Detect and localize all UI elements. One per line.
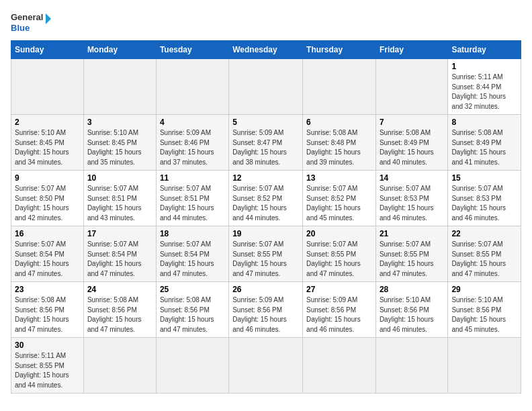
day-number: 23	[15, 285, 80, 294]
day-number: 26	[232, 285, 299, 294]
calendar-cell: 9Sunrise: 5:07 AM Sunset: 8:50 PM Daylig…	[11, 171, 84, 226]
day-number: 29	[451, 285, 517, 294]
day-number: 17	[87, 229, 152, 238]
calendar-cell: 28Sunrise: 5:10 AM Sunset: 8:56 PM Dayli…	[375, 282, 447, 338]
calendar-cell	[303, 338, 376, 394]
day-number: 2	[15, 118, 80, 127]
calendar-cell: 3Sunrise: 5:10 AM Sunset: 8:45 PM Daylig…	[83, 115, 156, 171]
day-number: 30	[15, 340, 80, 350]
col-header-sunday: Sunday	[11, 41, 84, 59]
calendar-cell	[229, 59, 303, 115]
day-number: 8	[451, 118, 517, 127]
day-info: Sunrise: 5:11 AM Sunset: 8:44 PM Dayligh…	[451, 73, 517, 111]
calendar-cell	[156, 338, 228, 394]
calendar-row-4: 23Sunrise: 5:08 AM Sunset: 8:56 PM Dayli…	[11, 282, 521, 338]
calendar-cell: 2Sunrise: 5:10 AM Sunset: 8:45 PM Daylig…	[11, 115, 84, 171]
calendar-cell: 4Sunrise: 5:09 AM Sunset: 8:46 PM Daylig…	[156, 115, 228, 171]
day-info: Sunrise: 5:10 AM Sunset: 8:56 PM Dayligh…	[451, 295, 517, 334]
day-info: Sunrise: 5:07 AM Sunset: 8:52 PM Dayligh…	[306, 184, 372, 223]
day-info: Sunrise: 5:10 AM Sunset: 8:56 PM Dayligh…	[380, 295, 444, 334]
calendar-cell	[11, 59, 84, 115]
day-number: 5	[232, 118, 299, 127]
day-number: 25	[160, 285, 225, 294]
calendar-cell: 7Sunrise: 5:08 AM Sunset: 8:49 PM Daylig…	[375, 115, 447, 171]
calendar-cell: 1Sunrise: 5:11 AM Sunset: 8:44 PM Daylig…	[448, 59, 521, 115]
calendar-cell: 20Sunrise: 5:07 AM Sunset: 8:55 PM Dayli…	[303, 226, 376, 282]
day-number: 15	[451, 173, 517, 183]
calendar-row-5: 30Sunrise: 5:11 AM Sunset: 8:55 PM Dayli…	[11, 338, 521, 394]
day-number: 10	[87, 173, 152, 183]
day-info: Sunrise: 5:07 AM Sunset: 8:55 PM Dayligh…	[232, 240, 299, 279]
day-info: Sunrise: 5:09 AM Sunset: 8:46 PM Dayligh…	[160, 128, 225, 167]
day-number: 7	[380, 118, 444, 127]
calendar-table: SundayMondayTuesdayWednesdayThursdayFrid…	[11, 40, 521, 394]
day-info: Sunrise: 5:08 AM Sunset: 8:49 PM Dayligh…	[380, 128, 444, 167]
day-info: Sunrise: 5:07 AM Sunset: 8:55 PM Dayligh…	[306, 240, 372, 279]
calendar-cell: 14Sunrise: 5:07 AM Sunset: 8:53 PM Dayli…	[375, 171, 447, 226]
calendar-cell: 6Sunrise: 5:08 AM Sunset: 8:48 PM Daylig…	[303, 115, 376, 171]
day-number: 24	[87, 285, 152, 294]
day-info: Sunrise: 5:07 AM Sunset: 8:55 PM Dayligh…	[451, 240, 517, 279]
calendar-cell: 27Sunrise: 5:09 AM Sunset: 8:56 PM Dayli…	[303, 282, 376, 338]
day-info: Sunrise: 5:07 AM Sunset: 8:54 PM Dayligh…	[15, 240, 80, 279]
day-number: 19	[232, 229, 299, 238]
day-info: Sunrise: 5:07 AM Sunset: 8:53 PM Dayligh…	[451, 184, 517, 223]
calendar-cell: 16Sunrise: 5:07 AM Sunset: 8:54 PM Dayli…	[11, 226, 84, 282]
day-info: Sunrise: 5:08 AM Sunset: 8:49 PM Dayligh…	[451, 128, 517, 167]
calendar-body: 1Sunrise: 5:11 AM Sunset: 8:44 PM Daylig…	[11, 59, 521, 394]
calendar-row-2: 9Sunrise: 5:07 AM Sunset: 8:50 PM Daylig…	[11, 171, 521, 226]
day-number: 11	[160, 173, 225, 183]
day-info: Sunrise: 5:07 AM Sunset: 8:54 PM Dayligh…	[87, 240, 152, 279]
day-info: Sunrise: 5:10 AM Sunset: 8:45 PM Dayligh…	[15, 128, 80, 167]
day-number: 3	[87, 118, 152, 127]
day-number: 4	[160, 118, 225, 127]
calendar-cell: 15Sunrise: 5:07 AM Sunset: 8:53 PM Dayli…	[448, 171, 521, 226]
calendar-cell: 13Sunrise: 5:07 AM Sunset: 8:52 PM Dayli…	[303, 171, 376, 226]
day-number: 1	[451, 62, 517, 71]
calendar-cell: 12Sunrise: 5:07 AM Sunset: 8:52 PM Dayli…	[229, 171, 303, 226]
calendar-cell: 26Sunrise: 5:09 AM Sunset: 8:56 PM Dayli…	[229, 282, 303, 338]
day-info: Sunrise: 5:08 AM Sunset: 8:56 PM Dayligh…	[87, 295, 152, 334]
calendar-cell: 10Sunrise: 5:07 AM Sunset: 8:51 PM Dayli…	[83, 171, 156, 226]
calendar-cell: 19Sunrise: 5:07 AM Sunset: 8:55 PM Dayli…	[229, 226, 303, 282]
day-info: Sunrise: 5:10 AM Sunset: 8:45 PM Dayligh…	[87, 128, 152, 167]
day-info: Sunrise: 5:07 AM Sunset: 8:51 PM Dayligh…	[87, 184, 152, 223]
day-number: 9	[15, 173, 80, 183]
day-number: 6	[306, 118, 372, 127]
col-header-wednesday: Wednesday	[229, 41, 303, 59]
col-header-friday: Friday	[375, 41, 447, 59]
calendar-cell: 30Sunrise: 5:11 AM Sunset: 8:55 PM Dayli…	[11, 338, 84, 394]
calendar-cell	[83, 59, 156, 115]
col-header-thursday: Thursday	[303, 41, 376, 59]
calendar-cell	[156, 59, 228, 115]
calendar-cell	[375, 338, 447, 394]
calendar-cell	[448, 338, 521, 394]
day-info: Sunrise: 5:09 AM Sunset: 8:56 PM Dayligh…	[232, 295, 299, 334]
calendar-cell: 25Sunrise: 5:08 AM Sunset: 8:56 PM Dayli…	[156, 282, 228, 338]
calendar-cell: 17Sunrise: 5:07 AM Sunset: 8:54 PM Dayli…	[83, 226, 156, 282]
day-info: Sunrise: 5:07 AM Sunset: 8:55 PM Dayligh…	[380, 240, 444, 279]
logo-svg: General Blue	[11, 11, 51, 35]
page-header: General Blue	[11, 11, 521, 35]
day-number: 21	[380, 229, 444, 238]
calendar-cell: 22Sunrise: 5:07 AM Sunset: 8:55 PM Dayli…	[448, 226, 521, 282]
calendar-cell: 18Sunrise: 5:07 AM Sunset: 8:54 PM Dayli…	[156, 226, 228, 282]
day-number: 12	[232, 173, 299, 183]
day-number: 27	[306, 285, 372, 294]
calendar-row-0: 1Sunrise: 5:11 AM Sunset: 8:44 PM Daylig…	[11, 59, 521, 115]
calendar-cell: 5Sunrise: 5:09 AM Sunset: 8:47 PM Daylig…	[229, 115, 303, 171]
calendar-row-3: 16Sunrise: 5:07 AM Sunset: 8:54 PM Dayli…	[11, 226, 521, 282]
svg-text:General: General	[11, 12, 43, 22]
calendar-cell: 11Sunrise: 5:07 AM Sunset: 8:51 PM Dayli…	[156, 171, 228, 226]
col-header-tuesday: Tuesday	[156, 41, 228, 59]
day-number: 16	[15, 229, 80, 238]
calendar-cell	[303, 59, 376, 115]
day-info: Sunrise: 5:07 AM Sunset: 8:52 PM Dayligh…	[232, 184, 299, 223]
day-number: 28	[380, 285, 444, 294]
day-info: Sunrise: 5:08 AM Sunset: 8:48 PM Dayligh…	[306, 128, 372, 167]
calendar-cell: 24Sunrise: 5:08 AM Sunset: 8:56 PM Dayli…	[83, 282, 156, 338]
day-info: Sunrise: 5:08 AM Sunset: 8:56 PM Dayligh…	[160, 295, 225, 334]
day-number: 13	[306, 173, 372, 183]
col-header-monday: Monday	[83, 41, 156, 59]
col-header-saturday: Saturday	[448, 41, 521, 59]
